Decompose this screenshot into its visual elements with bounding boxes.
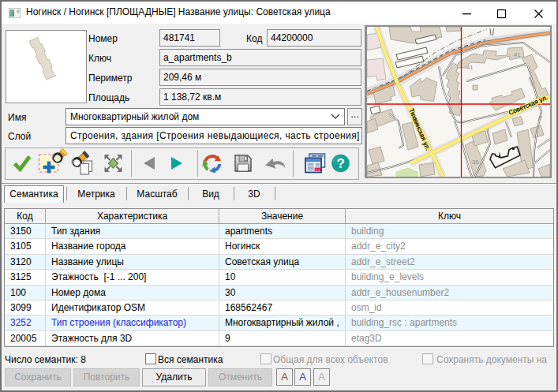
svg-text:41: 41: [514, 51, 520, 58]
svg-text:41: 41: [466, 64, 473, 71]
svg-text:Р: Р: [538, 114, 542, 121]
svg-text:?: ?: [337, 156, 345, 171]
svg-text:39: 39: [472, 159, 478, 166]
